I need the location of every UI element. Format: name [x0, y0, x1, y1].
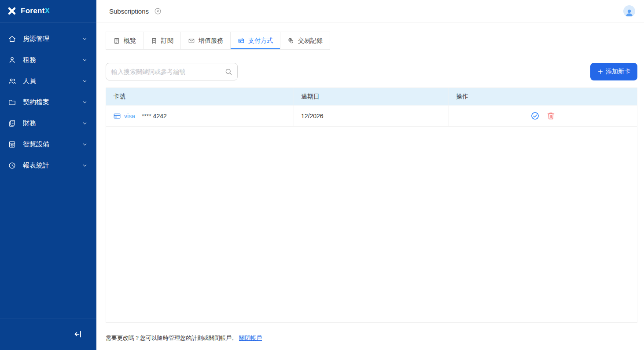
folder-icon	[8, 98, 16, 106]
sidebar-item-people[interactable]: 人員	[0, 70, 96, 91]
sidebar-item-label: 智慧設備	[23, 140, 49, 149]
sidebar-item-label: 財務	[23, 119, 36, 128]
tab-value-added-services[interactable]: 增值服務	[181, 32, 231, 49]
chevron-down-icon	[82, 142, 88, 147]
sidebar-item-label: 人員	[23, 77, 36, 85]
clock-icon	[8, 161, 16, 170]
close-account-link[interactable]: 關閉帳戶	[239, 334, 262, 342]
user-icon	[8, 56, 16, 64]
transactions-icon	[287, 37, 294, 44]
topbar: Subscriptions	[96, 0, 644, 22]
add-new-card-label: 添加新卡	[606, 68, 630, 76]
payment-icon	[238, 37, 245, 44]
sidebar-item-label: 房源管理	[23, 35, 49, 43]
chevron-down-icon	[82, 99, 88, 105]
column-header-expiry: 過期日	[294, 88, 449, 105]
table-header-row: 卡號 過期日 操作	[106, 88, 637, 106]
set-default-check-icon[interactable]	[530, 111, 540, 120]
close-tab-icon[interactable]	[154, 7, 162, 15]
logo: ForentX	[0, 0, 96, 22]
sidebar-item-tenancy[interactable]: 租務	[0, 49, 96, 70]
sidebar-nav: 房源管理 租務 人員 契約檔案 財務 智慧設備	[0, 22, 96, 318]
documents-icon	[8, 119, 16, 128]
main-area: Subscriptions 概覽 訂閱 增值服務 支付方式	[96, 0, 644, 350]
users-icon	[8, 77, 16, 85]
masked-card-number: **** 4242	[142, 113, 167, 120]
plus-icon	[597, 69, 604, 75]
column-header-card-number: 卡號	[106, 88, 294, 105]
sidebar-footer	[0, 318, 96, 350]
sidebar-item-properties[interactable]: 房源管理	[0, 28, 96, 49]
delete-card-trash-icon[interactable]	[546, 111, 556, 120]
subscription-icon	[151, 37, 158, 44]
add-new-card-button[interactable]: 添加新卡	[590, 63, 637, 80]
brand-x-icon	[7, 6, 17, 16]
sidebar-item-reports[interactable]: 報表統計	[0, 155, 96, 176]
search-box	[106, 63, 238, 80]
sidebar-item-label: 租務	[23, 56, 36, 64]
overview-icon	[113, 37, 120, 44]
section-tabs: 概覽 訂閱 增值服務 支付方式 交易記錄	[106, 32, 330, 50]
account-footer: 需要更改嗎？您可以隨時管理您的計劃或關閉帳戶。 關閉帳戶	[106, 323, 637, 350]
tab-label: 支付方式	[248, 37, 273, 45]
search-input[interactable]	[106, 63, 238, 80]
tab-payment-methods[interactable]: 支付方式	[231, 32, 280, 49]
subscriptions-content: 概覽 訂閱 增值服務 支付方式 交易記錄	[96, 22, 644, 350]
card-brand-link[interactable]: visa	[113, 112, 135, 120]
sidebar-item-label: 報表統計	[23, 161, 49, 170]
credit-card-icon	[113, 112, 121, 120]
search-icon[interactable]	[224, 68, 232, 76]
toolbar: 添加新卡	[106, 63, 637, 80]
home-icon	[8, 35, 16, 43]
sidebar-item-smart-devices[interactable]: 智慧設備	[0, 134, 96, 155]
chevron-down-icon	[82, 78, 88, 84]
user-avatar[interactable]	[623, 5, 635, 17]
card-number-cell: visa **** 4242	[106, 106, 294, 126]
brand-name: ForentX	[21, 7, 50, 15]
chevron-down-icon	[82, 57, 88, 63]
person-icon	[625, 8, 634, 17]
sidebar-item-finance[interactable]: 財務	[0, 113, 96, 134]
card-brand-label: visa	[124, 113, 135, 120]
services-icon	[188, 37, 195, 44]
chevron-down-icon	[82, 163, 88, 168]
chevron-down-icon	[82, 36, 88, 42]
table-empty-space	[106, 127, 637, 322]
tab-label: 交易記錄	[298, 37, 323, 45]
sidebar-item-contracts[interactable]: 契約檔案	[0, 91, 96, 113]
actions-cell	[449, 106, 637, 126]
column-header-actions: 操作	[449, 88, 637, 105]
tab-overview[interactable]: 概覽	[106, 32, 144, 49]
tab-subscription[interactable]: 訂閱	[144, 32, 181, 49]
table-row: visa **** 4242 12/2026	[106, 106, 637, 127]
tab-transactions[interactable]: 交易記錄	[280, 32, 330, 49]
sidebar: ForentX 房源管理 租務 人員 契約檔案 財務	[0, 0, 96, 350]
footer-text: 需要更改嗎？您可以隨時管理您的計劃或關閉帳戶。	[106, 334, 237, 342]
tab-label: 增值服務	[199, 37, 223, 45]
collapse-sidebar-icon[interactable]	[74, 329, 83, 339]
sidebar-item-label: 契約檔案	[23, 98, 49, 106]
smart-device-icon	[8, 140, 16, 149]
payment-methods-table: 卡號 過期日 操作 visa **** 4242 12/2026	[106, 88, 637, 323]
expiry-cell: 12/2026	[294, 106, 449, 126]
chevron-down-icon	[82, 120, 88, 126]
tab-label: 訂閱	[161, 37, 173, 45]
open-tab-label: Subscriptions	[109, 7, 149, 15]
tab-label: 概覽	[124, 37, 136, 45]
